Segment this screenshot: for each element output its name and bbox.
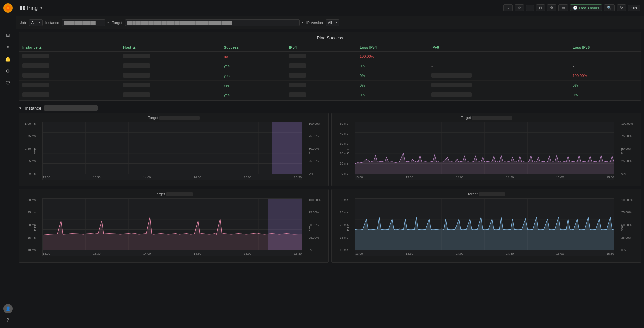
content-area: Ping Success Instance ▲ Host ▲ Success I… (16, 29, 644, 328)
cell-host (120, 81, 220, 90)
chart-2-container: 50 ms 40 ms 30 ms 20 ms 10 ms 0 ms RTT (334, 122, 638, 181)
star-button[interactable]: ☆ (515, 4, 524, 11)
cell-loss-ipv6: - (569, 52, 641, 61)
tv-mode-button[interactable]: ▭ (558, 4, 568, 11)
cell-ipv4 (286, 71, 356, 81)
target-dropdown-icon[interactable]: ▼ (301, 21, 304, 24)
sidebar-shield-icon[interactable]: 🛡 (3, 78, 13, 88)
share-button[interactable]: ↑ (526, 5, 534, 11)
interval-label: 10s (631, 6, 637, 10)
instance-label: Instance (45, 21, 59, 25)
cell-ipv4 (286, 90, 356, 100)
chart-4-x-labels: 13:00 13:30 14:00 14:30 15:00 15:30 (355, 251, 614, 256)
app-logo[interactable] (3, 3, 13, 13)
cell-ipv6 (428, 71, 569, 81)
collapse-icon[interactable]: ▼ (19, 106, 22, 110)
time-range-label: Last 3 hours (579, 6, 599, 10)
charts-grid: Target 1.00 ms 0.75 ms 0.50 ms 0.25 ms 0… (19, 113, 641, 263)
chart-3-area: 13:00 13:30 14:00 14:30 15:00 15:30 (42, 198, 302, 256)
chart-4-container: 30 ms 25 ms 20 ms 15 ms 10 ms RTT (334, 198, 638, 257)
table-row: yes 0% 100.00% (19, 71, 641, 81)
target-input[interactable] (125, 19, 300, 26)
add-panel-button[interactable]: ⊕ (503, 4, 513, 11)
cell-host (120, 52, 220, 61)
instance-section: ▼ Instance Target 1.00 ms 0.75 ms 0.50 m… (19, 103, 641, 263)
clock-icon: 🕐 (573, 6, 578, 10)
cell-loss-ipv4: 0% (356, 90, 428, 100)
chart-panel-4: Target 30 ms 25 ms 20 ms 15 ms 10 ms RTT (331, 189, 641, 263)
table-row: yes 0% 0% (19, 90, 641, 100)
title-dropdown-icon[interactable]: ▼ (40, 6, 43, 10)
table-header-row: Instance ▲ Host ▲ Success IPv4 Loss IPv4… (19, 43, 641, 52)
col-success[interactable]: Success (221, 43, 286, 52)
cell-success: yes (221, 81, 286, 90)
chart-1-title: Target (22, 116, 326, 120)
grid-icon (20, 6, 25, 10)
svg-point-2 (7, 7, 9, 9)
chart-1-wrapper: RTT (37, 122, 307, 181)
filterbar: Job All Instance ▼ Target ▼ IP Version A… (16, 16, 644, 29)
instance-dropdown-icon[interactable]: ▼ (107, 21, 109, 24)
chart-3-title: Target (22, 192, 326, 196)
main-content: Ping ▼ ⊕ ☆ ↑ ⊡ ⚙ ▭ 🕐 Last 3 hours 🔍 ↻ 10… (16, 0, 644, 328)
chart-1-target-blur (159, 116, 200, 120)
job-select[interactable]: All (29, 19, 43, 26)
sidebar-dashboard-icon[interactable]: ⊞ (3, 29, 13, 40)
chart-4-loss-label: Loss (620, 224, 624, 231)
chart-2-title: Target (334, 116, 638, 120)
col-instance[interactable]: Instance ▲ (19, 43, 120, 52)
job-select-wrap: All (29, 19, 43, 26)
instance-section-label: Instance (25, 106, 41, 111)
table-row: no 100.00% - - (19, 52, 641, 61)
cell-loss-ipv4: 0% (356, 81, 428, 90)
cell-instance (19, 52, 120, 61)
playlist-button[interactable]: ⊡ (536, 4, 545, 11)
settings-button[interactable]: ⚙ (547, 4, 556, 11)
col-host[interactable]: Host ▲ (120, 43, 220, 52)
col-ipv4[interactable]: IPv4 (286, 43, 356, 52)
ping-success-table: Instance ▲ Host ▲ Success IPv4 Loss IPv4… (19, 43, 641, 100)
chart-2-target-blur (472, 116, 512, 120)
time-range-button[interactable]: 🕐 Last 3 hours (570, 4, 602, 11)
chart-3-target-blur (166, 192, 193, 196)
ping-success-panel: Ping Success Instance ▲ Host ▲ Success I… (19, 32, 641, 101)
sidebar: + ⊞ ✦ 🔔 ⚙ 🛡 👤 ? (0, 0, 16, 328)
ip-version-select[interactable]: All (326, 19, 339, 26)
instance-input[interactable] (62, 19, 105, 26)
cell-loss-ipv6: 0% (569, 90, 641, 100)
instance-name (44, 105, 98, 111)
ip-version-select-wrap: All (326, 19, 339, 26)
chart-1-rtt-label: RTT (34, 148, 37, 154)
sidebar-plus-icon[interactable]: + (3, 17, 13, 28)
cell-success: no (221, 52, 286, 61)
instance-section-header: ▼ Instance (19, 103, 641, 113)
help-icon[interactable]: ? (3, 315, 13, 325)
interval-button[interactable]: 10s (628, 5, 640, 11)
cell-host (120, 71, 220, 81)
refresh-button[interactable]: ↻ (617, 4, 626, 11)
chart-2-rtt-label: RTT (346, 148, 350, 154)
cell-success: yes (221, 71, 286, 81)
topbar: Ping ▼ ⊕ ☆ ↑ ⊡ ⚙ ▭ 🕐 Last 3 hours 🔍 ↻ 10… (16, 0, 644, 16)
sidebar-gear-icon[interactable]: ⚙ (3, 66, 13, 76)
chart-1-loss-label: Loss (308, 148, 311, 154)
cell-instance (19, 81, 120, 90)
cell-instance (19, 61, 120, 71)
sidebar-bell-icon[interactable]: 🔔 (3, 54, 13, 64)
col-loss-ipv4[interactable]: Loss IPv4 (356, 43, 428, 52)
table-row: yes 0% 0% (19, 81, 641, 90)
ping-success-title: Ping Success (19, 32, 641, 43)
col-ipv6[interactable]: IPv6 (428, 43, 569, 52)
cell-ipv6: - (428, 52, 569, 61)
sidebar-explore-icon[interactable]: ✦ (3, 42, 13, 52)
zoom-button[interactable]: 🔍 (604, 4, 615, 11)
chart-panel-3: Target 30 ms 25 ms 20 ms 15 ms 10 ms RTT (19, 189, 329, 263)
cell-ipv4 (286, 52, 356, 61)
user-avatar[interactable]: 👤 (3, 304, 13, 313)
chart-3-rtt-label: RTT (34, 225, 37, 231)
cell-instance (19, 90, 120, 100)
cell-loss-ipv4: 0% (356, 71, 428, 81)
chart-panel-1: Target 1.00 ms 0.75 ms 0.50 ms 0.25 ms 0… (19, 113, 329, 186)
chart-1-container: 1.00 ms 0.75 ms 0.50 ms 0.25 ms 0 ms RTT (22, 122, 326, 181)
col-loss-ipv6[interactable]: Loss IPv6 (569, 43, 641, 52)
